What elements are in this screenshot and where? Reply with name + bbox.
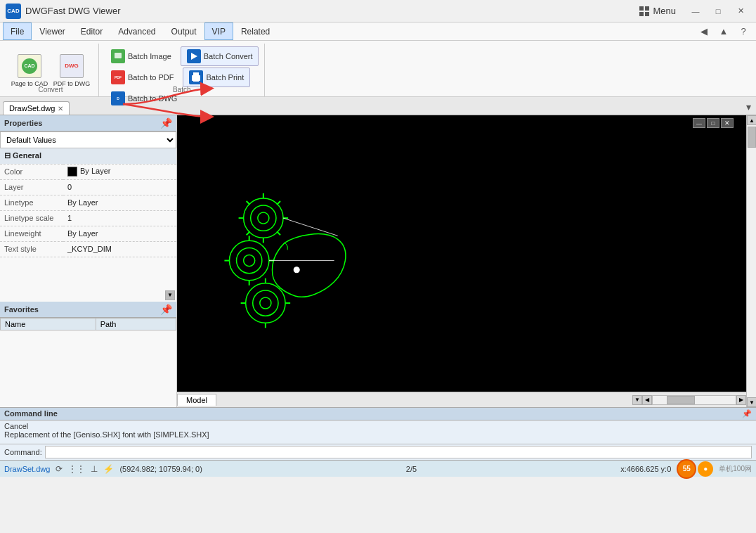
properties-title: Properties [4, 119, 42, 127]
batch-image-button[interactable]: Batch Image [105, 46, 178, 66]
hscroll-left[interactable]: ◀ [642, 395, 652, 405]
status-page: 2/5 [406, 465, 417, 473]
svg-rect-1 [645, 6, 649, 11]
batch-print-button[interactable]: Batch Print [183, 68, 250, 87]
menu-item-related[interactable]: Related [233, 23, 278, 40]
canvas-controls: — □ ✕ [693, 118, 734, 128]
prop-row-color: Color By Layer [0, 164, 176, 179]
batch-print-icon [189, 70, 203, 84]
favorites-table: Name Path [0, 318, 176, 330]
hscroll-track[interactable] [652, 395, 736, 405]
close-button[interactable]: ✕ [731, 4, 750, 18]
batch-image-label: Batch Image [128, 52, 171, 60]
status-icon-ortho: ⊥ [91, 464, 98, 474]
menu-bar: File Viewer Editor Advanced Output VIP R… [0, 23, 756, 41]
tab-expand-button[interactable]: ▾ [741, 99, 756, 115]
model-tab[interactable]: Model [177, 394, 216, 406]
svg-line-24 [247, 231, 250, 235]
scroll-down-btn[interactable]: ▼ [165, 290, 175, 300]
canvas-minimize[interactable]: — [693, 118, 705, 128]
status-icon-refresh: ⟳ [56, 464, 63, 474]
batch-to-pdf-icon: PDF [111, 70, 125, 84]
properties-scroll[interactable]: ⊟ General Color By Layer Layer 0 Linetyp… [0, 148, 176, 289]
status-coords: x:4666.625 y:0 [620, 465, 671, 473]
batch-to-dwg-label: Batch to DWG [128, 94, 177, 103]
color-swatch [67, 167, 77, 176]
menu-item-output[interactable]: Output [164, 23, 204, 40]
svg-rect-0 [639, 6, 644, 11]
svg-point-33 [246, 283, 285, 323]
drawing-canvas[interactable]: — □ ✕ [177, 115, 746, 392]
favorites-title: Favorites [4, 305, 39, 314]
batch-convert-label: Batch Convert [204, 52, 253, 60]
prop-row-linetype-scale: Linetype scale 1 [0, 210, 176, 226]
minimize-button[interactable]: — [686, 4, 705, 18]
command-input[interactable] [45, 446, 752, 458]
svg-marker-6 [191, 53, 197, 60]
watermark-text: 单机100网 [719, 464, 752, 474]
prop-label-color: Color [0, 164, 63, 179]
help-button[interactable]: ? [735, 24, 752, 39]
favorites-pin[interactable]: 📌 [160, 304, 172, 315]
scroll-down-icon[interactable]: ▼ [632, 395, 642, 405]
command-line-area: Command line 📌 Cancel Replacement of the… [0, 407, 756, 460]
prop-value-layer: 0 [63, 179, 176, 195]
hscroll-right[interactable]: ▶ [736, 395, 746, 405]
vscroll-thumb[interactable] [748, 127, 756, 148]
menu-item-vip[interactable]: VIP [204, 23, 233, 40]
menu-item-advanced[interactable]: Advanced [110, 23, 163, 40]
pdf-to-dwg-icon: DWG [59, 53, 84, 79]
batch-convert-button[interactable]: Batch Convert [181, 46, 259, 66]
back-button[interactable]: ◀ [696, 24, 712, 39]
batch-convert-icon [187, 49, 201, 63]
svg-point-26 [229, 240, 268, 280]
command-line-pin[interactable]: 📌 [742, 409, 752, 418]
vscroll-track[interactable] [747, 125, 756, 397]
canvas-bottom: Model ▼ ◀ ▶ [177, 392, 746, 407]
batch-to-pdf-button[interactable]: PDF Batch to PDF [105, 68, 180, 87]
tab-close-icon[interactable]: ✕ [58, 105, 63, 113]
menu-item-viewer[interactable]: Viewer [32, 23, 72, 40]
canvas-close[interactable]: ✕ [721, 118, 734, 128]
main-area: Properties 📌 Default Values ⊟ General Co… [0, 115, 756, 407]
status-icon-snap: ⚡ [103, 464, 114, 474]
app-logo: CAD [6, 4, 21, 19]
vscroll-down[interactable]: ▼ [747, 397, 756, 407]
command-label: Command: [4, 448, 42, 456]
up-button[interactable]: ▲ [715, 24, 732, 39]
fav-col-name: Name [1, 318, 96, 330]
convert-group-label: Convert [3, 86, 98, 94]
status-filename[interactable]: DrawSet.dwg [4, 465, 50, 473]
menu-button[interactable]: Menu [632, 4, 683, 19]
properties-pin[interactable]: 📌 [160, 117, 172, 129]
canvas-maximize[interactable]: □ [707, 118, 719, 128]
prop-value-color: By Layer [63, 164, 176, 179]
properties-table: ⊟ General Color By Layer Layer 0 Linetyp… [0, 148, 176, 257]
tab-drawset[interactable]: DrawSet.dwg ✕ [3, 101, 70, 115]
favorites-header: Favorites 📌 [0, 302, 176, 318]
svg-rect-11 [193, 78, 199, 82]
drawing-svg [177, 115, 746, 392]
prop-label-linetype: Linetype [0, 195, 63, 210]
hscroll-thumb[interactable] [667, 396, 695, 404]
page-to-cad-icon: CAD [17, 53, 42, 79]
status-icon-grid: ⋮⋮ [68, 464, 85, 474]
batch-group: Batch Image Batch Convert PDF Batch to P… [99, 44, 265, 96]
toolbar: CAD Page to CAD DWG PDF to DWG Convert [0, 41, 756, 97]
pdf-to-dwg-button[interactable]: DWG PDF to DWG [51, 50, 93, 91]
menu-item-editor[interactable]: Editor [73, 23, 110, 40]
vscroll-up[interactable]: ▲ [747, 115, 756, 125]
properties-dropdown[interactable]: Default Values [0, 131, 176, 148]
vscroll[interactable]: ▲ ▼ [746, 115, 756, 407]
prop-row-text-style: Text style _KCYD_DIM [0, 241, 176, 257]
general-section-header: ⊟ General [0, 148, 176, 164]
command-line-header: Command line 📌 [0, 408, 756, 420]
canvas-area[interactable]: — □ ✕ [177, 115, 746, 407]
svg-rect-2 [639, 12, 644, 16]
prop-value-linetype: By Layer [63, 195, 176, 210]
menu-item-file[interactable]: File [3, 23, 32, 40]
maximize-button[interactable]: □ [708, 4, 728, 18]
page-to-cad-button[interactable]: CAD Page to CAD [8, 50, 51, 91]
svg-point-27 [237, 248, 262, 273]
prop-value-text-style: _KCYD_DIM [63, 241, 176, 257]
